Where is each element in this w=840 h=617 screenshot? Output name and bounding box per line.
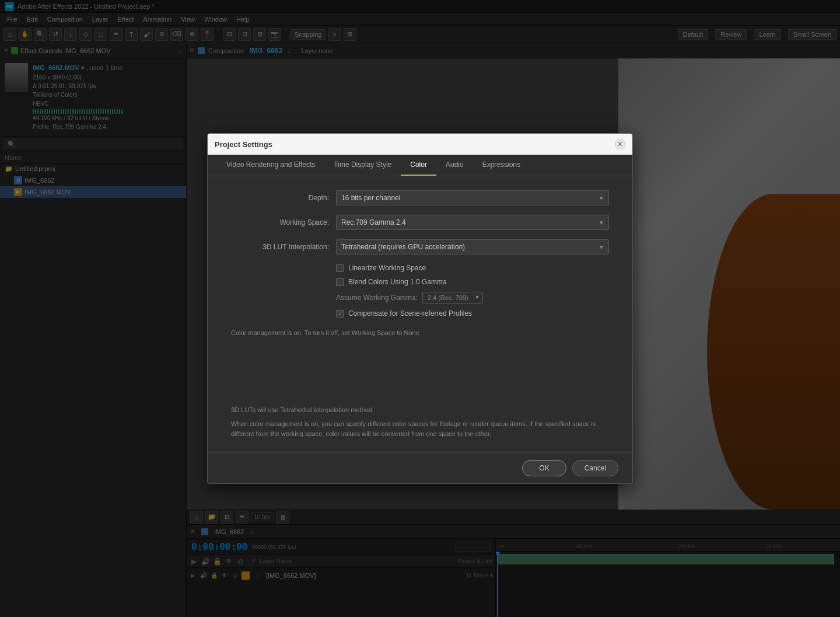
assume-gamma-dropdown[interactable]: 2.4 (Rec. 709) ▼ [422,292,483,304]
depth-row: Depth: 16 bits per channel ▼ [231,190,609,205]
project-settings-dialog: Project Settings ✕ Video Rendering and E… [207,133,633,484]
blend-colors-checkbox[interactable] [336,278,344,286]
assume-gamma-row: Assume Working Gamma: 2.4 (Rec. 709) ▼ [336,292,609,304]
assume-gamma-dropdown-wrapper: 2.4 (Rec. 709) ▼ [422,292,483,304]
lut-control: Tetrahedral (requires GPU acceleration) … [336,239,609,255]
working-space-label: Working Space: [231,218,336,226]
assume-gamma-arrow: ▼ [475,294,480,300]
blend-colors-label: Blend Colors Using 1.0 Gamma [348,278,447,286]
dialog-body: Depth: 16 bits per channel ▼ Working Spa… [208,176,632,452]
working-space-dropdown-wrapper: Rec.709 Gamma 2.4 ▼ [336,215,609,230]
tab-audio[interactable]: Audio [436,155,473,176]
assume-gamma-label: Assume Working Gamma: [336,294,418,302]
tab-time-display[interactable]: Time Display Style [324,155,401,176]
depth-label: Depth: [231,194,336,202]
compensate-row: Compensate for Scene-referred Profiles [336,309,609,318]
blend-colors-row: Blend Colors Using 1.0 Gamma [336,278,609,286]
linearize-label: Linearize Working Space [348,264,426,272]
color-management-info: Color management is on. To turn it off, … [231,329,609,336]
dialog-footer: OK Cancel [208,452,632,483]
working-space-control: Rec.709 Gamma 2.4 ▼ [336,215,609,230]
dialog-close-button[interactable]: ✕ [615,139,625,149]
long-info-text: When color management is on, you can spe… [231,419,609,438]
cancel-button[interactable]: Cancel [572,460,618,476]
linearize-row: Linearize Working Space [336,264,609,272]
compensate-checkbox[interactable] [336,310,344,318]
lut-row: 3D LUT Interpolation: Tetrahedral (requi… [231,239,609,255]
lut-dropdown-wrapper: Tetrahedral (requires GPU acceleration) … [336,239,609,255]
dialog-tabs: Video Rendering and Effects Time Display… [208,155,632,176]
depth-control: 16 bits per channel ▼ [336,190,609,205]
lut-dropdown[interactable]: Tetrahedral (requires GPU acceleration) [336,239,609,255]
lut-footer-info: 3D LUTs will use Tetrahedral interpolati… [231,406,609,438]
tab-color[interactable]: Color [401,155,436,176]
lut-info-text: 3D LUTs will use Tetrahedral interpolati… [231,406,609,413]
lut-label: 3D LUT Interpolation: [231,243,336,251]
tab-expressions[interactable]: Expressions [473,155,530,176]
dialog-title: Project Settings [215,140,272,149]
ok-button[interactable]: OK [522,460,566,476]
compensate-label: Compensate for Scene-referred Profiles [348,309,472,318]
working-space-row: Working Space: Rec.709 Gamma 2.4 ▼ [231,215,609,230]
working-space-dropdown[interactable]: Rec.709 Gamma 2.4 [336,215,609,230]
linearize-checkbox[interactable] [336,264,344,272]
modal-overlay: Project Settings ✕ Video Rendering and E… [0,0,840,617]
tab-video-rendering[interactable]: Video Rendering and Effects [217,155,324,176]
depth-dropdown[interactable]: 16 bits per channel [336,190,609,205]
depth-dropdown-wrapper: 16 bits per channel ▼ [336,190,609,205]
dialog-title-bar: Project Settings ✕ [208,134,632,155]
